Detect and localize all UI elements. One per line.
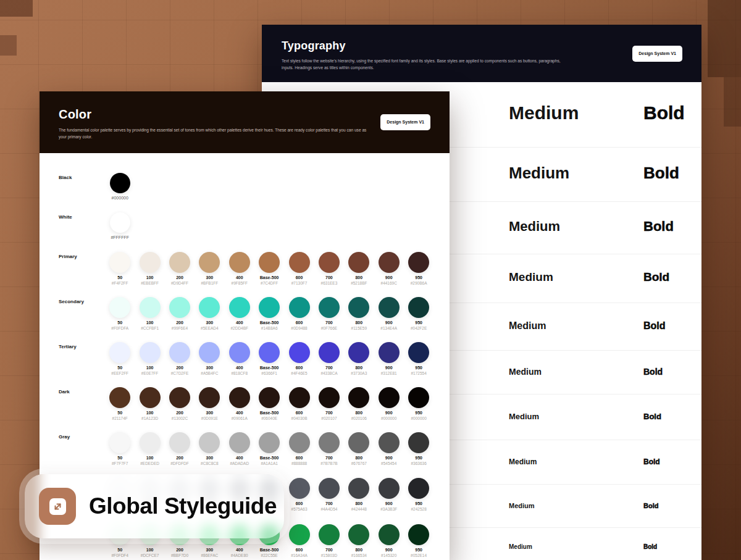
swatch-step-label: 950 xyxy=(415,411,422,415)
swatch-step-label: 900 xyxy=(385,501,393,506)
swatch-hex-label: #7C4DFF xyxy=(261,281,278,285)
swatch-step-label: 900 xyxy=(385,275,393,280)
color-swatch: 950#290B6A xyxy=(404,252,433,285)
swatch-hex-label: #4F46E5 xyxy=(291,371,307,375)
swatch-hex-label: #4338CA xyxy=(320,371,337,375)
swatch-step-label: 900 xyxy=(385,456,393,460)
swatch-hex-label: #3730A3 xyxy=(351,371,367,375)
color-swatch: 50#EEF2FF xyxy=(105,342,135,375)
swatch-step-label: 100 xyxy=(146,275,154,280)
swatch-step-label: 700 xyxy=(325,411,333,415)
color-swatch: 100#1A123D xyxy=(135,387,164,420)
swatch-circle xyxy=(408,387,429,408)
swatch-hex-label: #7B7B7B xyxy=(320,461,337,466)
swatch-hex-label: #14B8A6 xyxy=(261,326,278,330)
swatch-hex-label: #000000 xyxy=(381,416,396,420)
color-swatch: 400#2DD4BF xyxy=(225,297,254,330)
swatch-circle xyxy=(289,342,310,363)
type-sample-bold: Bold xyxy=(643,270,669,284)
swatch-hex-label: #EBEBFF xyxy=(141,281,159,285)
swatch-hex-label: #6366F1 xyxy=(261,371,277,375)
color-swatch: 700#0F766E xyxy=(314,297,344,330)
swatch-hex-label: #9F85FF xyxy=(232,281,248,285)
color-swatch: 400#ADADAD xyxy=(225,432,254,466)
type-sample-bold: Bold xyxy=(643,457,660,466)
typography-card-header: Typography Text styles follow the websit… xyxy=(262,25,701,82)
swatch-step-label: 200 xyxy=(176,366,183,370)
swatch-hex-label: #44169C xyxy=(381,281,397,285)
swatch-step-label: 300 xyxy=(206,411,214,415)
swatch-hex-label: #4A4D54 xyxy=(320,507,337,511)
type-sample-bold: Bold xyxy=(643,412,661,421)
swatch-hex-label: #FFFFFF xyxy=(111,235,129,240)
swatch-circle xyxy=(109,342,130,363)
swatch-circle xyxy=(289,432,310,453)
swatch-hex-label: #020106 xyxy=(351,416,367,420)
type-sample-medium: Medium xyxy=(509,320,546,332)
swatch-hex-label: #15803D xyxy=(321,553,337,558)
color-swatch: 700#020107 xyxy=(314,387,344,420)
palette-row-label: Black xyxy=(59,175,72,180)
color-swatch: 700#15803D xyxy=(314,524,344,558)
swatch-hex-label: #C8C8C8 xyxy=(201,461,219,466)
swatch-hex-label: #363636 xyxy=(411,461,426,466)
swatch-circle xyxy=(199,342,220,363)
swatch-hex-label: #242528 xyxy=(411,507,426,511)
swatch-circle xyxy=(379,478,400,499)
swatch-circle xyxy=(379,387,400,408)
type-sample-medium: Medium xyxy=(509,164,569,183)
color-swatch: 950#000000 xyxy=(404,387,433,420)
swatch-circle xyxy=(319,252,340,273)
swatch-circle xyxy=(379,252,400,273)
swatch-circle xyxy=(259,252,280,273)
swatch-step-label: 800 xyxy=(355,411,362,415)
color-swatch: 700#4A4D54 xyxy=(314,478,344,511)
color-swatch: 950#042F2E xyxy=(404,297,433,330)
swatch-step-label: Base-500 xyxy=(260,548,279,552)
swatch-step-label: 600 xyxy=(296,366,303,370)
design-system-version-badge[interactable]: Design System V1 xyxy=(632,46,682,62)
swatch-circle xyxy=(289,478,310,499)
swatch-step-label: 300 xyxy=(206,548,214,552)
swatch-step-label: 300 xyxy=(206,366,214,370)
swatch-circle xyxy=(319,297,340,318)
swatch-circle xyxy=(169,342,190,363)
swatch-step-label: 400 xyxy=(236,320,243,325)
swatch-hex-label: #21174F xyxy=(112,416,128,420)
swatch-step-label: 50 xyxy=(117,275,122,280)
color-swatch: 50#F7F7F7 xyxy=(105,432,135,466)
swatch-circle xyxy=(140,342,161,363)
swatch-circle xyxy=(348,297,369,318)
swatch-hex-label: #676767 xyxy=(351,461,367,466)
expand-icon[interactable] xyxy=(39,488,76,525)
swatch-circle xyxy=(408,524,429,545)
swatch-hex-label: #290B6A xyxy=(411,281,427,285)
swatch-step-label: 900 xyxy=(385,320,393,325)
swatch-step-label: 700 xyxy=(325,456,333,460)
type-sample-medium: Medium xyxy=(509,502,535,509)
swatch-circle xyxy=(348,478,369,499)
swatch-step-label: 100 xyxy=(146,548,154,552)
swatch-hex-label: #000000 xyxy=(411,416,426,420)
swatch-hex-label: #000000 xyxy=(112,196,128,200)
swatch-hex-label: #818CF8 xyxy=(231,371,248,375)
swatch-hex-label: #115E59 xyxy=(351,326,367,330)
swatch-circle xyxy=(348,524,369,545)
swatch-hex-label: #E0E7FF xyxy=(141,371,158,375)
swatch-circle xyxy=(319,478,340,499)
swatch-circle xyxy=(379,342,400,363)
swatch-hex-label: #5218BF xyxy=(351,281,367,285)
swatch-hex-label: #22C55E xyxy=(261,553,278,558)
color-swatch: 900#312E81 xyxy=(374,342,404,375)
swatch-step-label: Base-500 xyxy=(260,411,279,415)
swatch-hex-label: #2DD4BF xyxy=(230,326,248,330)
type-sample-medium: Medium xyxy=(509,457,537,466)
color-swatch: 600#888888 xyxy=(284,432,314,466)
swatch-step-label: 950 xyxy=(415,320,422,325)
swatch-circle xyxy=(229,432,250,453)
swatch-circle xyxy=(259,387,280,408)
swatch-circle xyxy=(408,297,429,318)
color-swatch: 600#4F46E5 xyxy=(284,342,314,375)
swatch-step-label: 200 xyxy=(176,320,183,325)
swatch-hex-label: #134E4A xyxy=(380,326,397,330)
